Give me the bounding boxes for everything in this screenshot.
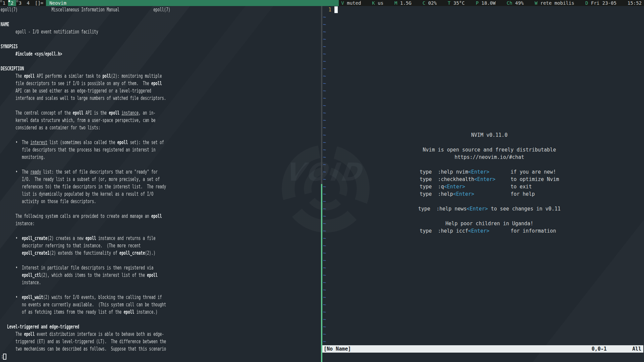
tilde: ~ (323, 220, 326, 227)
tilde: ~ (323, 28, 326, 36)
tilde: ~ (323, 168, 326, 176)
workspace-tag-4[interactable]: 4 (24, 0, 32, 6)
intro-line: type :help<Enter> for help (420, 190, 559, 198)
neovim-pane[interactable]: 1 ~~~~~~~~~~~~~~~~~~~~~~~~~~~~~~~~~~~~~~… (322, 6, 644, 362)
nvim-statusline: [No Name] 0,0-1 All (322, 345, 643, 353)
tilde: ~ (323, 235, 326, 242)
tilde: ~ (323, 249, 326, 257)
tilde: ~ (323, 190, 326, 198)
man-line: two mechanisms can be described as follo… (1, 345, 321, 353)
status-segment: K us (372, 0, 383, 6)
status-segment: W rete mobilis (535, 0, 574, 6)
status-segment: T 35°C (448, 0, 465, 6)
man-line: list is dynamically populated by the ker… (1, 190, 321, 198)
status-segment: P 18.0W (476, 0, 495, 6)
intro-line: type :help nvim<Enter> if you are new! (420, 168, 559, 176)
man-line: DESCRIPTION (1, 65, 321, 72)
buffer-name: [No Name] (324, 345, 351, 353)
man-line: Level-triggered and edge-triggered (1, 323, 321, 330)
man-line: SYNOPSIS (1, 43, 321, 50)
man-line: monitoring. (1, 154, 321, 161)
tilde: ~ (323, 286, 326, 294)
workspace-tag-3[interactable]: 3 (16, 0, 24, 6)
tilde: ~ (323, 242, 326, 249)
tilde: ~ (323, 109, 326, 117)
man-line: The epoll API performs a similar task to… (1, 72, 321, 80)
workspace-tag-1[interactable]: 1 (0, 0, 8, 6)
line-number: 1 (322, 6, 331, 13)
status-bar: 1234 []= Neovim V mutedK usM 1.5GC 02%T … (0, 0, 644, 6)
man-line: references to) the file descriptors in t… (1, 183, 321, 190)
tilde: ~ (323, 330, 326, 338)
tilde: ~ (323, 43, 326, 50)
man-line: The following system calls are provided … (1, 213, 321, 220)
tilde: ~ (323, 257, 326, 264)
man-line: • The ready list: the set of file descri… (1, 168, 321, 176)
intro-line: type :checkhealth<Enter> to optimize Nvi… (420, 176, 559, 183)
window-title: Neovim (46, 0, 339, 6)
intro-line: NVIM v0.11.0 (471, 131, 507, 139)
man-line (1, 102, 321, 109)
terminal-man-pane[interactable]: epoll(7) Miscellaneous Information Manua… (0, 6, 321, 362)
tilde: ~ (323, 139, 326, 146)
intro-line: type :help iccf<Enter> for information (420, 227, 559, 235)
tilde: ~ (323, 131, 326, 139)
man-line (1, 58, 321, 65)
man-line: no events are currently available. (This… (1, 301, 321, 308)
workspace-tag-2[interactable]: 2 (8, 0, 16, 6)
tilde: ~ (323, 72, 326, 80)
tilde: ~ (323, 301, 326, 308)
status-segment: 15:52 (628, 0, 642, 6)
intro-line: Nvim is open source and freely distribut… (423, 146, 556, 154)
man-line: considered as a container for two lists: (1, 124, 321, 131)
man-line: API can be used either as an edge-trigge… (1, 87, 321, 95)
tilde: ~ (323, 272, 326, 279)
man-page-text: epoll(7) Miscellaneous Information Manua… (0, 6, 321, 353)
man-line: • epoll_wait(2) waits for I/O events, bl… (1, 294, 321, 301)
tilde: ~ (323, 176, 326, 183)
man-line (1, 286, 321, 294)
man-line (1, 161, 321, 168)
man-line: epoll_ctl(2), which adds items to the in… (1, 272, 321, 279)
man-line: file descriptors to see if I/O is possib… (1, 80, 321, 87)
man-line (1, 257, 321, 264)
tilde: ~ (323, 264, 326, 272)
tilde: ~ (323, 58, 326, 65)
status-segment: D Fri 23-05 (585, 0, 616, 6)
tilde: ~ (323, 36, 326, 43)
tilde: ~ (323, 183, 326, 190)
intro-line: https://neovim.io/#chat (454, 154, 524, 161)
status-segment: C 02% (423, 0, 437, 6)
terminal-cursor (3, 354, 6, 360)
scroll-indicator: All (632, 345, 641, 353)
layout-symbol[interactable]: []= (32, 0, 46, 6)
tilde: ~ (323, 323, 326, 330)
tilde: ~ (323, 124, 326, 131)
tilde: ~ (323, 117, 326, 124)
pager-prompt[interactable]: : (1, 353, 4, 360)
man-line: file descriptors that the process has re… (1, 146, 321, 154)
tilde: ~ (323, 161, 326, 168)
tag-indicator-square (8, 0, 10, 2)
man-line (1, 227, 321, 235)
man-line (1, 36, 321, 43)
statusline-ruler: 0,0-1 All (592, 345, 642, 353)
man-line: • Interest in particular file descriptor… (1, 264, 321, 272)
man-line: • The interest list (sometimes also call… (1, 139, 321, 146)
tilde: ~ (323, 213, 326, 220)
tilde: ~ (323, 50, 326, 58)
tilde: ~ (323, 95, 326, 102)
intro-line: Help poor children in Uganda! (445, 220, 533, 227)
man-line (1, 205, 321, 213)
nvim-cursor (334, 6, 338, 13)
man-line: triggered (ET) and as level-triggered (L… (1, 338, 321, 345)
man-line: #include <sys/epoll.h> (1, 50, 321, 58)
tilde: ~ (323, 338, 326, 345)
man-line: • epoll_create(2) creates a new epoll in… (1, 235, 321, 242)
tilde: ~ (323, 87, 326, 95)
workspace-tags: 1234 (0, 0, 32, 6)
man-line (1, 316, 321, 323)
tilde: ~ (323, 308, 326, 316)
tag-indicator-square (0, 0, 2, 2)
desktop: VOID 1234 []= Neovim V mutedK usM 1.5GC … (0, 0, 644, 362)
